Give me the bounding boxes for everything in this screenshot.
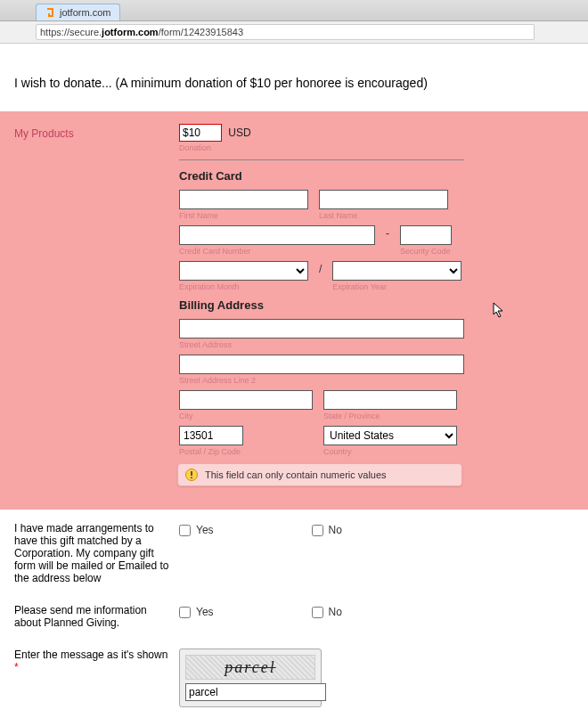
last-name-sublabel: Last Name (319, 211, 448, 220)
planned-giving-question: Please send me information about Planned… (14, 604, 574, 629)
svg-rect-2 (191, 477, 192, 479)
city-input[interactable] (179, 390, 313, 410)
captcha-box: parcel (179, 649, 322, 707)
country-select[interactable]: United States (323, 426, 457, 445)
security-code-input[interactable] (400, 225, 452, 245)
url-input[interactable]: https://secure.jotform.com/form/12423915… (36, 24, 535, 40)
exp-year-select[interactable] (332, 261, 461, 281)
gift-match-label: I have made arrangements to have this gi… (14, 522, 179, 584)
cc-number-input[interactable] (179, 225, 375, 245)
first-name-input[interactable] (179, 190, 308, 209)
payment-section: My Products USD Donation Credit Card Fir… (0, 111, 588, 510)
exp-month-select[interactable] (179, 261, 308, 281)
zip-sublabel: Postal / Zip Code (179, 447, 243, 456)
street-address-sublabel: Street Address (179, 340, 464, 349)
donation-input[interactable] (179, 124, 222, 142)
required-asterisk: * (14, 661, 19, 673)
svg-rect-1 (191, 471, 192, 476)
captcha-image: parcel (185, 655, 315, 680)
country-sublabel: Country (323, 447, 457, 456)
gift-match-yes-checkbox[interactable] (179, 525, 191, 536)
planned-giving-yes[interactable]: Yes (179, 606, 214, 618)
captcha-label: Enter the message as it's shown * (14, 649, 179, 673)
jotform-favicon (45, 7, 56, 18)
browser-tab[interactable]: jotform.com (36, 4, 120, 20)
planned-giving-yes-checkbox[interactable] (179, 607, 191, 618)
planned-giving-no-checkbox[interactable] (312, 607, 323, 618)
slash-separator: / (319, 263, 322, 275)
state-input[interactable] (323, 390, 457, 410)
street-address-input[interactable] (179, 319, 464, 339)
error-bubble: This field can only contain numeric valu… (177, 463, 462, 486)
donation-sublabel: Donation (179, 143, 574, 152)
street-address2-sublabel: Street Address Line 2 (179, 376, 464, 385)
exp-year-sublabel: Expiration Year (332, 282, 461, 291)
planned-giving-label: Please send me information about Planned… (14, 604, 179, 629)
gift-match-question: I have made arrangements to have this gi… (14, 522, 574, 584)
error-text: This field can only contain numeric valu… (205, 469, 387, 480)
currency-label: USD (228, 126, 250, 139)
gift-match-yes[interactable]: Yes (179, 524, 214, 536)
exp-month-sublabel: Expiration Month (179, 282, 308, 291)
street-address2-input[interactable] (179, 355, 464, 374)
browser-tab-bar: jotform.com (0, 0, 588, 21)
warning-icon (185, 469, 198, 481)
address-bar: https://secure.jotform.com/form/12423915… (0, 21, 588, 44)
cc-number-sublabel: Credit Card Number (179, 247, 375, 256)
security-code-sublabel: Security Code (400, 247, 452, 256)
state-sublabel: State / Province (323, 412, 457, 420)
planned-giving-no[interactable]: No (312, 606, 342, 618)
billing-heading: Billing Address (179, 298, 574, 312)
credit-card-heading: Credit Card (179, 169, 574, 183)
captcha-section: Enter the message as it's shown * parcel (14, 649, 574, 707)
payment-label: My Products (14, 124, 179, 140)
last-name-input[interactable] (319, 190, 448, 209)
page-headline: I wish to donate... (A minimum donation … (14, 76, 574, 90)
zip-input[interactable] (179, 426, 243, 445)
captcha-input[interactable] (185, 683, 326, 701)
dash-separator: - (386, 227, 389, 240)
divider (179, 159, 464, 160)
gift-match-no-checkbox[interactable] (312, 525, 323, 536)
city-sublabel: City (179, 412, 313, 420)
gift-match-no[interactable]: No (312, 524, 342, 536)
tab-title: jotform.com (60, 7, 110, 18)
first-name-sublabel: First Name (179, 211, 308, 220)
